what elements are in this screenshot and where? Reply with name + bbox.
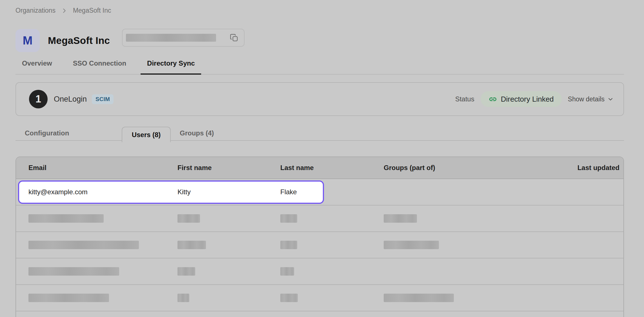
table-row-redacted[interactable] (16, 285, 623, 311)
redacted-text-bar (28, 267, 119, 276)
subtab-groups[interactable]: Groups (4) (180, 129, 214, 137)
cell-groups (384, 241, 541, 249)
chevron-down-icon (607, 96, 614, 102)
provider-name: OneLogin (54, 95, 87, 104)
cell-first-name: Kitty (177, 188, 280, 196)
redacted-text-bar (280, 214, 297, 223)
tab-sso-connection[interactable]: SSO Connection (66, 56, 133, 74)
redacted-text-bar (280, 294, 298, 302)
cell-email: kitty@example.com (16, 188, 177, 196)
tab-directory-sync[interactable]: Directory Sync (141, 56, 201, 74)
page-title: MegaSoft Inc (48, 35, 110, 46)
table-header-row: Email First name Last name Groups (part … (16, 157, 623, 179)
main-tab-bar: Overview SSO Connection Directory Sync (15, 56, 624, 75)
breadcrumb-current-org: MegaSoft Inc (73, 7, 111, 14)
column-header-email: Email (16, 164, 177, 172)
org-avatar: M (15, 29, 40, 52)
scim-badge: SCIM (92, 94, 114, 104)
redacted-org-id-bar (126, 34, 216, 42)
org-id-copy-field[interactable] (122, 29, 245, 47)
column-header-last-name: Last name (280, 164, 384, 172)
cell-first-name (177, 267, 280, 276)
copy-icon[interactable] (229, 33, 239, 43)
redacted-text-bar (384, 214, 417, 223)
link-icon (488, 95, 497, 104)
sub-tab-divider (15, 140, 624, 141)
chevron-right-icon (61, 8, 67, 14)
org-header: M MegaSoft Inc (15, 28, 624, 53)
cell-email (16, 241, 177, 249)
cell-groups (384, 214, 541, 223)
tab-overview[interactable]: Overview (15, 56, 59, 74)
cell-email (16, 294, 177, 302)
redacted-text-bar (177, 294, 189, 302)
column-header-groups: Groups (part of) (384, 164, 541, 172)
breadcrumb: Organizations MegaSoft Inc (15, 7, 111, 14)
table-row-redacted[interactable] (16, 206, 623, 232)
cell-email (16, 267, 177, 276)
show-details-label: Show details (568, 95, 605, 103)
table-row-redacted[interactable] (16, 232, 623, 258)
status-badge: Directory Linked (481, 91, 562, 107)
table-rows: kitty@example.com Kitty Flake (16, 179, 623, 317)
onelogin-logo: 1 (29, 90, 48, 108)
directory-provider-card: 1 OneLogin SCIM Status Directory Linked … (15, 82, 624, 116)
cell-groups (384, 294, 541, 302)
cell-first-name (177, 214, 280, 223)
directory-sync-page: Organizations MegaSoft Inc M MegaSoft In… (0, 0, 644, 317)
redacted-text-bar (28, 214, 104, 223)
column-header-last-updated: Last updated (541, 164, 623, 172)
column-header-first-name: First name (177, 164, 280, 172)
redacted-text-bar (384, 294, 454, 302)
cell-last-name (280, 214, 384, 223)
cell-email (16, 214, 177, 223)
status-label: Status (455, 95, 474, 103)
redacted-text-bar (280, 267, 294, 276)
cell-last-name (280, 294, 384, 302)
table-row-redacted[interactable] (16, 258, 623, 285)
subtab-users[interactable]: Users (8) (122, 127, 171, 142)
show-details-button[interactable]: Show details (568, 95, 614, 103)
redacted-text-bar (28, 241, 139, 249)
cell-first-name (177, 241, 280, 249)
cell-last-name (280, 241, 384, 249)
status-badge-text: Directory Linked (501, 95, 554, 104)
redacted-text-bar (384, 241, 439, 249)
cell-first-name (177, 294, 280, 302)
subtab-configuration[interactable]: Configuration (25, 129, 69, 137)
table-row-partial[interactable] (16, 311, 623, 317)
users-table: Email First name Last name Groups (part … (15, 157, 624, 317)
redacted-text-bar (177, 214, 200, 223)
table-row-highlighted[interactable]: kitty@example.com Kitty Flake (16, 179, 623, 206)
breadcrumb-organizations[interactable]: Organizations (15, 7, 55, 14)
directory-sub-tab-bar: Configuration Users (8) Groups (4) (15, 125, 624, 141)
cell-last-name: Flake (280, 188, 384, 196)
redacted-text-bar (177, 267, 195, 276)
cell-last-name (280, 267, 384, 276)
redacted-text-bar (280, 241, 297, 249)
redacted-text-bar (177, 241, 206, 249)
redacted-text-bar (28, 294, 109, 302)
